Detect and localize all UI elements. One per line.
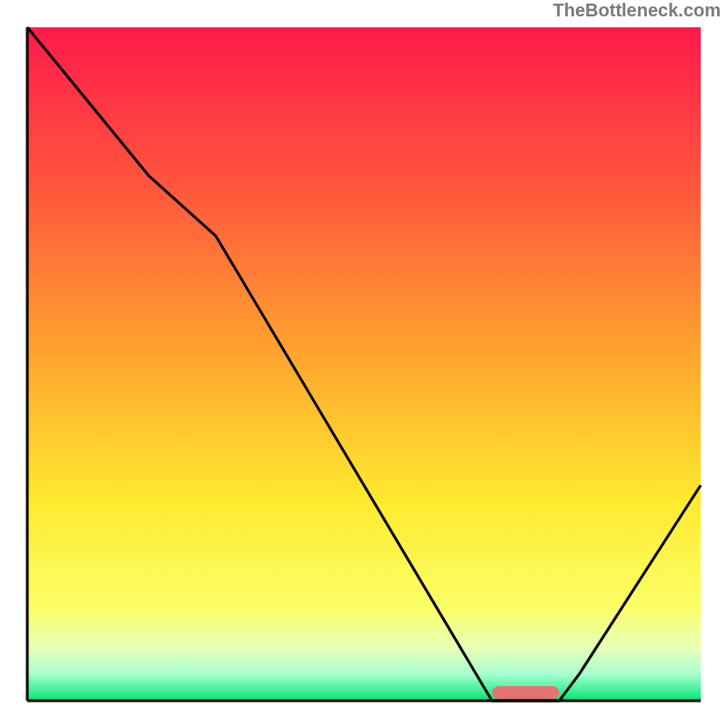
plot-background: [27, 27, 701, 701]
chart-svg: [0, 0, 728, 728]
optimal-range-marker: [492, 686, 560, 699]
chart-container: TheBottleneck.com: [0, 0, 728, 728]
